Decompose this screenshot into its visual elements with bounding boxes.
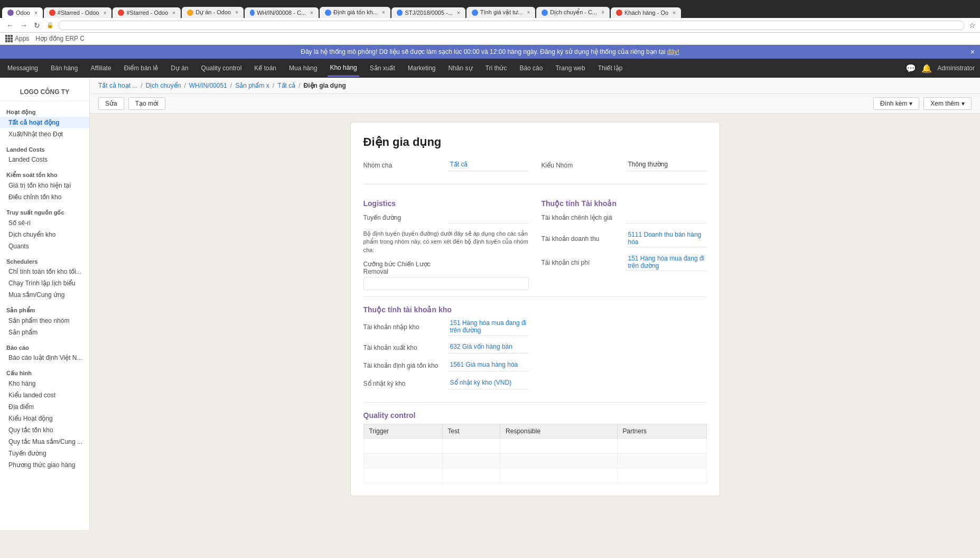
tab-3[interactable]: Dự án - Odoo × bbox=[182, 7, 244, 18]
parent-group-value[interactable]: Tất cả bbox=[448, 160, 529, 171]
bookmark-icon[interactable]: ☆ bbox=[969, 21, 976, 30]
menu-bao-cao[interactable]: Báo cáo bbox=[517, 60, 545, 76]
sidebar-item-chi-tinh-toan[interactable]: Chỉ tính toán tồn kho tối... bbox=[0, 266, 89, 277]
back-button[interactable]: ← bbox=[4, 20, 16, 31]
stock-valuation-value[interactable]: 1561 Giá mua hàng hóa bbox=[448, 360, 529, 371]
sidebar-item-quy-tac-ton-kho[interactable]: Quy tắc tồn kho bbox=[0, 424, 89, 436]
reload-button[interactable]: ↻ bbox=[32, 20, 42, 31]
sidebar-item-tuyen-duong[interactable]: Tuyến đường bbox=[0, 448, 89, 459]
menu-marketing[interactable]: Marketing bbox=[406, 60, 438, 76]
menu-ke-toan[interactable]: Kế toán bbox=[252, 60, 278, 76]
url-bar[interactable]: Not secure | thuongmaidientu.demo.erponl… bbox=[58, 21, 965, 30]
sidebar-item-landed-costs[interactable]: Landed Costs bbox=[0, 154, 89, 165]
menu-tri-thuc[interactable]: Tri thức bbox=[483, 60, 509, 76]
apps-label[interactable]: Apps bbox=[15, 35, 29, 42]
activity-icon[interactable]: 🔔 bbox=[921, 63, 932, 73]
close-tab-8-icon[interactable]: × bbox=[601, 10, 604, 15]
chat-icon[interactable]: 💬 bbox=[906, 63, 916, 73]
sidebar-item-so-se-ri[interactable]: Số sê-ri bbox=[0, 217, 89, 229]
menu-kho-hang[interactable]: Kho hàng bbox=[328, 60, 359, 77]
close-tab-5-icon[interactable]: × bbox=[382, 10, 385, 15]
sidebar-item-quy-tac-mua-sam[interactable]: Quy tắc Mua sắm/Cung ... bbox=[0, 436, 89, 448]
apps-grid-icon[interactable]: Apps bbox=[5, 35, 29, 42]
stock-left-col: Tài khoản nhập kho 151 Hàng hóa mua đang… bbox=[363, 318, 529, 396]
menu-ban-hang[interactable]: Bán hàng bbox=[49, 60, 80, 76]
close-tab-2-icon[interactable]: × bbox=[172, 10, 175, 16]
close-tab-10-icon[interactable]: × bbox=[673, 10, 676, 16]
revenue-value[interactable]: 5111 Doanh thu bán hàng hóa bbox=[626, 230, 707, 247]
sidebar-section-truy-suat: Truy suất nguồn gốc bbox=[0, 206, 89, 217]
sidebar-item-mua-sam-cung-ung[interactable]: Mua sắm/Cung ứng bbox=[0, 289, 89, 301]
sidebar-item-kho-hang[interactable]: Kho hàng bbox=[0, 378, 89, 389]
sidebar-item-bao-cao-luat-dinh[interactable]: Báo cáo luật định Việt N... bbox=[0, 352, 89, 364]
tab-10[interactable]: Khách hàng - Oo × bbox=[611, 7, 681, 18]
close-tab-7-icon[interactable]: × bbox=[527, 10, 530, 15]
tab-label-4: WH/IN/00008 - C... bbox=[257, 10, 306, 16]
route-value[interactable] bbox=[448, 212, 529, 224]
sidebar-item-san-pham[interactable]: Sản phẩm bbox=[0, 327, 89, 338]
erp-label[interactable]: Hợp đồng ERP C bbox=[35, 35, 85, 42]
breadcrumb-item-2[interactable]: Dịch chuyển bbox=[146, 82, 181, 89]
notification-text: Đây là hệ thống mô phỏng! Dữ liệu sẽ đượ… bbox=[301, 48, 665, 55]
divider-2 bbox=[363, 296, 707, 297]
tab-2[interactable]: #Starred - Odoo × bbox=[113, 7, 181, 18]
menu-trang-web[interactable]: Trang web bbox=[553, 60, 587, 76]
close-tab-6-icon[interactable]: × bbox=[457, 10, 460, 16]
menu-affiliate[interactable]: Affiliate bbox=[88, 60, 113, 76]
sidebar-item-chay-trinh[interactable]: Chạy Trình lập lịch biểu bbox=[0, 277, 89, 289]
close-tab-icon[interactable]: × bbox=[34, 10, 38, 16]
sidebar-item-kieu-landed-cost[interactable]: Kiểu landed cost bbox=[0, 389, 89, 401]
form-title: Điện gia dụng bbox=[363, 135, 707, 149]
notification-link[interactable]: đây! bbox=[667, 48, 679, 55]
stock-journal-value[interactable]: Sổ nhật ký kho (VND) bbox=[448, 378, 529, 389]
col-right-top: Kiểu Nhóm Thông thường bbox=[542, 160, 707, 178]
sidebar-item-xuat-nhap[interactable]: Xuất/Nhật theo Đợt bbox=[0, 128, 89, 140]
menu-messaging[interactable]: Messaging bbox=[5, 60, 40, 76]
tab-odoo[interactable]: Odoo × bbox=[2, 7, 43, 18]
breadcrumb-item-5[interactable]: Tất cả bbox=[277, 82, 295, 89]
group-type-value[interactable]: Thông thường bbox=[626, 160, 707, 171]
tab-8[interactable]: Dịch chuyển - C... × bbox=[536, 7, 610, 18]
price-diff-value[interactable] bbox=[626, 212, 707, 224]
sidebar-item-quants[interactable]: Quants bbox=[0, 240, 89, 252]
menu-thiet-lap[interactable]: Thiết lập bbox=[596, 60, 625, 76]
close-tab-1-icon[interactable]: × bbox=[104, 10, 107, 16]
expense-value[interactable]: 151 Hàng hóa mua đang đi trên đường bbox=[626, 254, 707, 271]
stock-account-section-title: Thuộc tính tài khoản kho bbox=[363, 305, 707, 314]
edit-button[interactable]: Sửa bbox=[98, 97, 124, 110]
attach-label: Đính kèm bbox=[880, 100, 907, 107]
menu-san-xuat[interactable]: Sản xuất bbox=[368, 60, 397, 76]
menu-du-an[interactable]: Dự án bbox=[169, 60, 190, 76]
tab-7[interactable]: Tính giá vật tư... × bbox=[466, 7, 535, 18]
tab-5[interactable]: Định giá tồn kh... × bbox=[320, 7, 390, 18]
menu-mua-hang[interactable]: Mua hàng bbox=[287, 60, 319, 76]
attach-button[interactable]: Đính kèm ▾ bbox=[873, 97, 919, 110]
sidebar-item-phuong-thuc-giao-hang[interactable]: Phương thức giao hàng bbox=[0, 459, 89, 471]
sidebar-item-gia-tri-ton-kho[interactable]: Giá trị tồn kho hiện tại bbox=[0, 180, 89, 191]
tab-1[interactable]: #Starred - Odoo × bbox=[44, 7, 112, 18]
more-button[interactable]: Xem thêm ▾ bbox=[923, 97, 972, 110]
user-label[interactable]: Administrator bbox=[937, 64, 975, 72]
menu-quality-control[interactable]: Quality control bbox=[199, 60, 244, 76]
tab-4[interactable]: WH/IN/00008 - C... × bbox=[245, 7, 319, 18]
stock-output-value[interactable]: 632 Giá vốn hàng bán bbox=[448, 342, 529, 354]
breadcrumb-item-4[interactable]: Sản phẩm x bbox=[235, 82, 269, 89]
forward-button[interactable]: → bbox=[18, 20, 30, 31]
tab-6[interactable]: STJ/2018/0005 -... × bbox=[391, 7, 465, 18]
sidebar-item-kieu-hoat-dong[interactable]: Kiểu Hoạt động bbox=[0, 413, 89, 424]
breadcrumb-item-1[interactable]: Tất cả hoạt ... bbox=[98, 82, 137, 89]
sidebar-item-all-activities[interactable]: Tất cả hoạt động bbox=[0, 117, 89, 128]
close-tab-4-icon[interactable]: × bbox=[310, 10, 313, 16]
new-button[interactable]: Tạo mới bbox=[128, 97, 165, 110]
menu-diem-ban-le[interactable]: Điểm bán lẻ bbox=[122, 60, 161, 76]
sidebar-item-dieu-chinh-ton-kho[interactable]: Điều chỉnh tồn kho bbox=[0, 191, 89, 203]
stock-input-value[interactable]: 151 Hàng hóa mua đang đi trên đường bbox=[448, 318, 529, 336]
notification-close-icon[interactable]: × bbox=[970, 48, 975, 56]
sidebar-item-san-pham-theo-nhom[interactable]: Sản phẩm theo nhóm bbox=[0, 315, 89, 327]
sidebar-item-dich-chuyen-kho[interactable]: Dịch chuyển kho bbox=[0, 229, 89, 240]
forced-removal-value[interactable] bbox=[363, 277, 529, 290]
close-tab-3-icon[interactable]: × bbox=[235, 10, 238, 15]
sidebar-item-dia-diem[interactable]: Địa điểm bbox=[0, 401, 89, 413]
breadcrumb-item-3[interactable]: WH/IN/00051 bbox=[189, 82, 227, 89]
menu-nhan-su[interactable]: Nhân sự bbox=[446, 60, 475, 76]
